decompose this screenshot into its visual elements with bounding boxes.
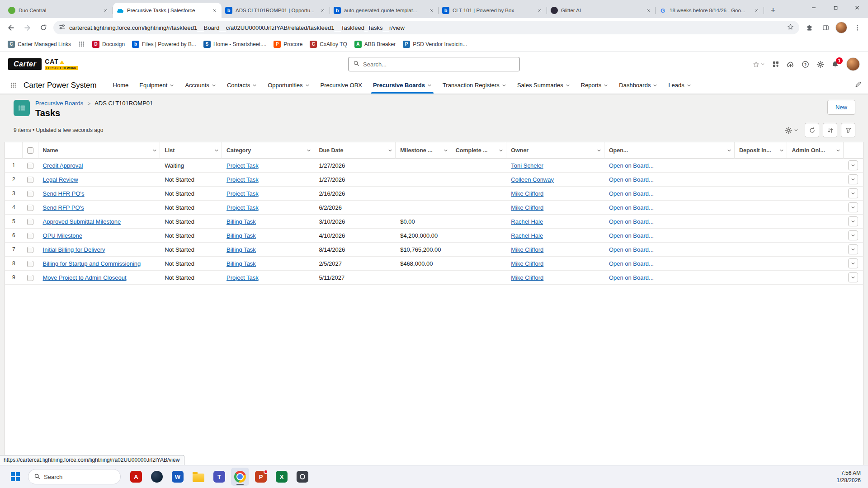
row-actions-button[interactable]: [848, 230, 858, 240]
owner-link[interactable]: Toni Scheler: [511, 162, 543, 169]
select-all-checkbox[interactable]: [27, 147, 33, 154]
chevron-down-icon[interactable]: [443, 148, 448, 153]
row-checkbox[interactable]: [27, 219, 33, 225]
open-on-board-link[interactable]: Open on Board...: [609, 260, 654, 267]
row-checkbox[interactable]: [27, 191, 33, 197]
chevron-down-icon[interactable]: [597, 148, 601, 153]
taskbar-app-excel[interactable]: X: [273, 468, 291, 486]
bookmark-item[interactable]: SHome - Smartsheet....: [200, 39, 269, 49]
nav-tab-opportunities[interactable]: Opportunities: [262, 77, 315, 94]
tab-close-icon[interactable]: [753, 7, 760, 14]
nav-tab-accounts[interactable]: Accounts: [179, 77, 221, 94]
bookmark-star-icon[interactable]: [787, 23, 794, 32]
column-header-deposit-in[interactable]: Deposit In...: [735, 142, 787, 159]
edit-nav-pencil-icon[interactable]: [855, 81, 862, 89]
row-checkbox[interactable]: [27, 205, 33, 211]
forward-button[interactable]: [21, 21, 33, 34]
category-link[interactable]: Billing Task: [226, 218, 256, 225]
chevron-down-icon[interactable]: [836, 148, 840, 153]
browser-profile-avatar[interactable]: [835, 22, 847, 33]
nav-tab-precursive-obx[interactable]: Precursive OBX: [315, 77, 368, 94]
task-name-link[interactable]: Credit Approval: [43, 162, 83, 169]
open-on-board-link[interactable]: Open on Board...: [609, 232, 654, 239]
system-clock[interactable]: 7:56 AM 1/28/2026: [837, 469, 861, 484]
side-panel-icon[interactable]: [819, 21, 832, 34]
owner-link[interactable]: Mike Clifford: [511, 274, 543, 281]
new-button[interactable]: New: [827, 100, 855, 115]
tab-close-icon[interactable]: [428, 7, 435, 14]
chevron-down-icon[interactable]: [307, 148, 311, 153]
reload-button[interactable]: [37, 21, 50, 34]
open-on-board-link[interactable]: Open on Board...: [609, 218, 654, 225]
chevron-down-icon[interactable]: [499, 148, 503, 153]
taskbar-app-acrobat[interactable]: A: [127, 468, 145, 486]
category-link[interactable]: Project Task: [226, 162, 259, 169]
bookmark-item[interactable]: DDocusign: [89, 39, 128, 49]
nav-tab-equipment[interactable]: Equipment: [134, 77, 179, 94]
task-name-link[interactable]: Approved Submittal Milestone: [43, 218, 121, 225]
help-icon[interactable]: ?: [802, 61, 809, 68]
column-header-category[interactable]: Category: [222, 142, 314, 159]
chevron-down-icon[interactable]: [779, 148, 784, 153]
nav-tab-dashboards[interactable]: Dashboards: [613, 77, 663, 94]
chevron-down-icon[interactable]: [152, 148, 157, 153]
open-on-board-link[interactable]: Open on Board...: [609, 274, 654, 281]
tab-close-icon[interactable]: [211, 7, 218, 14]
owner-link[interactable]: Mike Clifford: [511, 246, 543, 253]
column-header-owner[interactable]: Owner: [506, 142, 604, 159]
open-on-board-link[interactable]: Open on Board...: [609, 176, 654, 183]
bookmark-item[interactable]: CCarter Managed Links: [5, 39, 74, 49]
taskbar-search[interactable]: Search: [28, 469, 121, 484]
column-header-name[interactable]: Name: [38, 142, 160, 159]
bookmark-item[interactable]: AABB Breaker: [351, 39, 399, 49]
task-name-link[interactable]: Legal Review: [43, 176, 78, 183]
row-checkbox[interactable]: [27, 275, 33, 281]
task-name-link[interactable]: Billing for Startup and Commissioning: [43, 260, 141, 267]
bookmark-item[interactable]: bFiles | Powered by B...: [129, 39, 199, 49]
chevron-down-icon[interactable]: [388, 148, 392, 153]
column-header-milestone[interactable]: Milestone ...: [396, 142, 451, 159]
bookmarks-apps-grid[interactable]: [75, 39, 88, 49]
row-actions-button[interactable]: [848, 160, 858, 170]
list-view-controls-button[interactable]: [785, 127, 798, 134]
filter-button[interactable]: [841, 123, 855, 137]
taskbar-app-teams[interactable]: T: [210, 468, 228, 486]
browser-tab[interactable]: bauto-generated-quote-templat...: [330, 3, 439, 18]
row-checkbox[interactable]: [27, 163, 33, 169]
browser-tab[interactable]: bCLT 101 | Powered by Box: [439, 3, 547, 18]
browser-tab[interactable]: Glitter AI: [547, 3, 656, 18]
column-header-list[interactable]: List: [160, 142, 222, 159]
browser-tab[interactable]: Precursive Tasks | Salesforce: [113, 3, 222, 18]
user-avatar[interactable]: [846, 57, 860, 71]
site-info-icon[interactable]: [59, 23, 66, 32]
task-name-link[interactable]: OPU Milestone: [43, 232, 82, 239]
owner-link[interactable]: Mike Clifford: [511, 204, 543, 211]
maximize-button[interactable]: [825, 0, 846, 15]
category-link[interactable]: Project Task: [226, 190, 259, 197]
open-on-board-link[interactable]: Open on Board...: [609, 162, 654, 169]
browser-tab[interactable]: bADS CLT101ROMP01 | Opportu...: [222, 3, 330, 18]
nav-tab-reports[interactable]: Reports: [576, 77, 614, 94]
tab-close-icon[interactable]: [536, 7, 543, 14]
nav-tab-transaction-registers[interactable]: Transaction Registers: [437, 77, 512, 94]
browser-tab[interactable]: G18 weeks before 8/14/26 - Goo...: [656, 3, 764, 18]
nav-tab-contacts[interactable]: Contacts: [222, 77, 262, 94]
taskbar-app-chrome[interactable]: [231, 468, 249, 486]
category-link[interactable]: Billing Task: [226, 232, 256, 239]
address-bar[interactable]: [53, 21, 799, 34]
owner-link[interactable]: Mike Clifford: [511, 190, 543, 197]
upload-icon[interactable]: [787, 61, 794, 68]
row-checkbox[interactable]: [27, 247, 33, 253]
close-window-button[interactable]: [846, 0, 868, 15]
bookmark-item[interactable]: PProcore: [270, 39, 306, 49]
chevron-down-icon[interactable]: [214, 148, 219, 153]
nav-tab-leads[interactable]: Leads: [663, 77, 696, 94]
taskbar-app-browser-dark[interactable]: [148, 468, 166, 486]
row-actions-button[interactable]: [848, 244, 858, 254]
url-input[interactable]: [69, 24, 783, 31]
setup-gear-icon[interactable]: [816, 61, 824, 68]
favorites-icon[interactable]: [753, 61, 765, 68]
open-on-board-link[interactable]: Open on Board...: [609, 246, 654, 253]
row-actions-button[interactable]: [848, 258, 858, 268]
category-link[interactable]: Billing Task: [226, 246, 256, 253]
